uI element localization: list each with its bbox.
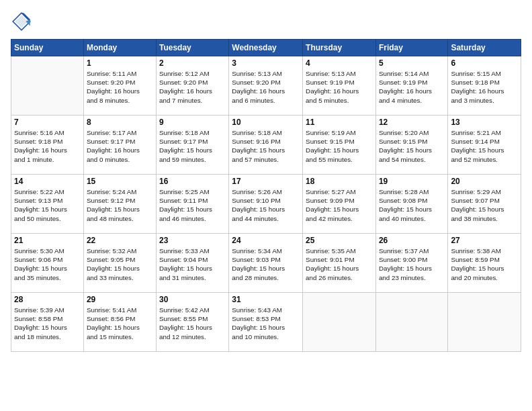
day-info: Sunrise: 5:30 AM Sunset: 9:06 PM Dayligh… xyxy=(14,246,81,282)
calendar-day-cell: 4Sunrise: 5:13 AM Sunset: 9:19 PM Daylig… xyxy=(303,56,376,116)
calendar-day-cell: 20Sunrise: 5:29 AM Sunset: 9:07 PM Dayli… xyxy=(448,175,521,234)
calendar-day-cell: 24Sunrise: 5:34 AM Sunset: 9:03 PM Dayli… xyxy=(229,234,303,293)
day-number: 17 xyxy=(232,177,300,186)
day-info: Sunrise: 5:42 AM Sunset: 8:55 PM Dayligh… xyxy=(159,306,226,341)
calendar-day-cell: 18Sunrise: 5:27 AM Sunset: 9:09 PM Dayli… xyxy=(303,175,376,234)
day-number: 23 xyxy=(159,236,226,245)
calendar-day-cell: 15Sunrise: 5:24 AM Sunset: 9:12 PM Dayli… xyxy=(83,175,156,234)
calendar-body: 1Sunrise: 5:11 AM Sunset: 9:20 PM Daylig… xyxy=(11,56,521,352)
day-number: 14 xyxy=(14,177,81,186)
day-info: Sunrise: 5:27 AM Sunset: 9:09 PM Dayligh… xyxy=(306,187,373,223)
day-info: Sunrise: 5:20 AM Sunset: 9:15 PM Dayligh… xyxy=(379,128,445,164)
calendar-day-cell: 6Sunrise: 5:15 AM Sunset: 9:18 PM Daylig… xyxy=(448,56,521,116)
calendar-day-cell xyxy=(448,293,521,352)
day-info: Sunrise: 5:18 AM Sunset: 9:16 PM Dayligh… xyxy=(232,128,300,164)
day-of-week-header: Sunday xyxy=(11,40,84,56)
day-info: Sunrise: 5:17 AM Sunset: 9:17 PM Dayligh… xyxy=(87,128,153,164)
day-info: Sunrise: 5:11 AM Sunset: 9:20 PM Dayligh… xyxy=(87,69,153,105)
calendar-day-cell: 23Sunrise: 5:33 AM Sunset: 9:04 PM Dayli… xyxy=(156,234,228,293)
day-info: Sunrise: 5:41 AM Sunset: 8:56 PM Dayligh… xyxy=(87,306,153,341)
day-number: 5 xyxy=(379,58,445,68)
day-number: 19 xyxy=(379,177,445,186)
calendar-header-row: SundayMondayTuesdayWednesdayThursdayFrid… xyxy=(11,40,521,56)
day-number: 9 xyxy=(159,118,226,127)
calendar-day-cell: 27Sunrise: 5:38 AM Sunset: 8:59 PM Dayli… xyxy=(448,234,521,293)
day-number: 20 xyxy=(451,177,518,186)
calendar-day-cell: 5Sunrise: 5:14 AM Sunset: 9:19 PM Daylig… xyxy=(375,56,447,116)
calendar-day-cell: 31Sunrise: 5:43 AM Sunset: 8:53 PM Dayli… xyxy=(229,293,303,352)
day-info: Sunrise: 5:19 AM Sunset: 9:15 PM Dayligh… xyxy=(306,128,373,164)
day-number: 15 xyxy=(87,177,153,186)
calendar-week-row: 28Sunrise: 5:39 AM Sunset: 8:58 PM Dayli… xyxy=(11,293,521,352)
day-number: 31 xyxy=(232,295,300,304)
logo-icon xyxy=(11,11,32,32)
calendar-week-row: 7Sunrise: 5:16 AM Sunset: 9:18 PM Daylig… xyxy=(11,116,521,175)
calendar-day-cell: 11Sunrise: 5:19 AM Sunset: 9:15 PM Dayli… xyxy=(303,116,376,175)
day-info: Sunrise: 5:13 AM Sunset: 9:19 PM Dayligh… xyxy=(306,69,373,105)
calendar-day-cell: 2Sunrise: 5:12 AM Sunset: 9:20 PM Daylig… xyxy=(156,56,228,116)
day-number: 30 xyxy=(159,295,226,304)
calendar-day-cell: 21Sunrise: 5:30 AM Sunset: 9:06 PM Dayli… xyxy=(11,234,84,293)
calendar-week-row: 21Sunrise: 5:30 AM Sunset: 9:06 PM Dayli… xyxy=(11,234,521,293)
day-number: 16 xyxy=(159,177,226,186)
day-number: 27 xyxy=(451,236,518,245)
day-of-week-header: Thursday xyxy=(303,40,376,56)
day-number: 8 xyxy=(87,118,153,127)
day-number: 26 xyxy=(379,236,445,245)
calendar-day-cell: 19Sunrise: 5:28 AM Sunset: 9:08 PM Dayli… xyxy=(375,175,447,234)
calendar-day-cell: 9Sunrise: 5:18 AM Sunset: 9:17 PM Daylig… xyxy=(156,116,228,175)
day-number: 29 xyxy=(87,295,153,304)
calendar-day-cell xyxy=(303,293,376,352)
day-info: Sunrise: 5:14 AM Sunset: 9:19 PM Dayligh… xyxy=(379,69,445,105)
calendar-week-row: 14Sunrise: 5:22 AM Sunset: 9:13 PM Dayli… xyxy=(11,175,521,234)
day-info: Sunrise: 5:39 AM Sunset: 8:58 PM Dayligh… xyxy=(14,306,81,341)
day-of-week-header: Friday xyxy=(375,40,447,56)
calendar-day-cell xyxy=(375,293,447,352)
day-number: 13 xyxy=(451,118,518,127)
day-of-week-header: Wednesday xyxy=(229,40,303,56)
day-of-week-header: Monday xyxy=(83,40,156,56)
day-number: 11 xyxy=(306,118,373,127)
day-info: Sunrise: 5:13 AM Sunset: 9:20 PM Dayligh… xyxy=(232,69,300,105)
day-info: Sunrise: 5:18 AM Sunset: 9:17 PM Dayligh… xyxy=(159,128,226,164)
calendar-day-cell: 16Sunrise: 5:25 AM Sunset: 9:11 PM Dayli… xyxy=(156,175,228,234)
day-info: Sunrise: 5:32 AM Sunset: 9:05 PM Dayligh… xyxy=(87,246,153,282)
day-info: Sunrise: 5:35 AM Sunset: 9:01 PM Dayligh… xyxy=(306,246,373,282)
day-info: Sunrise: 5:22 AM Sunset: 9:13 PM Dayligh… xyxy=(14,187,81,223)
day-info: Sunrise: 5:38 AM Sunset: 8:59 PM Dayligh… xyxy=(451,246,518,282)
day-info: Sunrise: 5:15 AM Sunset: 9:18 PM Dayligh… xyxy=(451,69,518,105)
calendar-day-cell xyxy=(11,56,84,116)
day-number: 25 xyxy=(306,236,373,245)
calendar-day-cell: 1Sunrise: 5:11 AM Sunset: 9:20 PM Daylig… xyxy=(83,56,156,116)
calendar-day-cell: 28Sunrise: 5:39 AM Sunset: 8:58 PM Dayli… xyxy=(11,293,84,352)
day-number: 3 xyxy=(232,58,300,68)
day-number: 4 xyxy=(306,58,373,68)
day-number: 1 xyxy=(87,58,153,68)
day-number: 2 xyxy=(159,58,226,68)
calendar-day-cell: 10Sunrise: 5:18 AM Sunset: 9:16 PM Dayli… xyxy=(229,116,303,175)
calendar-day-cell: 7Sunrise: 5:16 AM Sunset: 9:18 PM Daylig… xyxy=(11,116,84,175)
day-info: Sunrise: 5:37 AM Sunset: 9:00 PM Dayligh… xyxy=(379,246,445,282)
day-number: 7 xyxy=(14,118,81,127)
day-info: Sunrise: 5:33 AM Sunset: 9:04 PM Dayligh… xyxy=(159,246,226,282)
day-info: Sunrise: 5:21 AM Sunset: 9:14 PM Dayligh… xyxy=(451,128,518,164)
day-info: Sunrise: 5:26 AM Sunset: 9:10 PM Dayligh… xyxy=(232,187,300,223)
day-info: Sunrise: 5:16 AM Sunset: 9:18 PM Dayligh… xyxy=(14,128,81,164)
day-info: Sunrise: 5:12 AM Sunset: 9:20 PM Dayligh… xyxy=(159,69,226,105)
calendar-day-cell: 30Sunrise: 5:42 AM Sunset: 8:55 PM Dayli… xyxy=(156,293,228,352)
day-number: 24 xyxy=(232,236,300,245)
day-number: 10 xyxy=(232,118,300,127)
day-of-week-header: Tuesday xyxy=(156,40,228,56)
day-number: 18 xyxy=(306,177,373,186)
day-info: Sunrise: 5:25 AM Sunset: 9:11 PM Dayligh… xyxy=(159,187,226,223)
page-container: SundayMondayTuesdayWednesdayThursdayFrid… xyxy=(0,0,532,357)
calendar-table: SundayMondayTuesdayWednesdayThursdayFrid… xyxy=(11,39,521,352)
day-number: 21 xyxy=(14,236,81,245)
calendar-week-row: 1Sunrise: 5:11 AM Sunset: 9:20 PM Daylig… xyxy=(11,56,521,116)
calendar-day-cell: 22Sunrise: 5:32 AM Sunset: 9:05 PM Dayli… xyxy=(83,234,156,293)
calendar-day-cell: 14Sunrise: 5:22 AM Sunset: 9:13 PM Dayli… xyxy=(11,175,84,234)
page-header xyxy=(11,11,521,32)
logo xyxy=(11,11,35,32)
day-info: Sunrise: 5:34 AM Sunset: 9:03 PM Dayligh… xyxy=(232,246,300,282)
calendar-day-cell: 26Sunrise: 5:37 AM Sunset: 9:00 PM Dayli… xyxy=(375,234,447,293)
